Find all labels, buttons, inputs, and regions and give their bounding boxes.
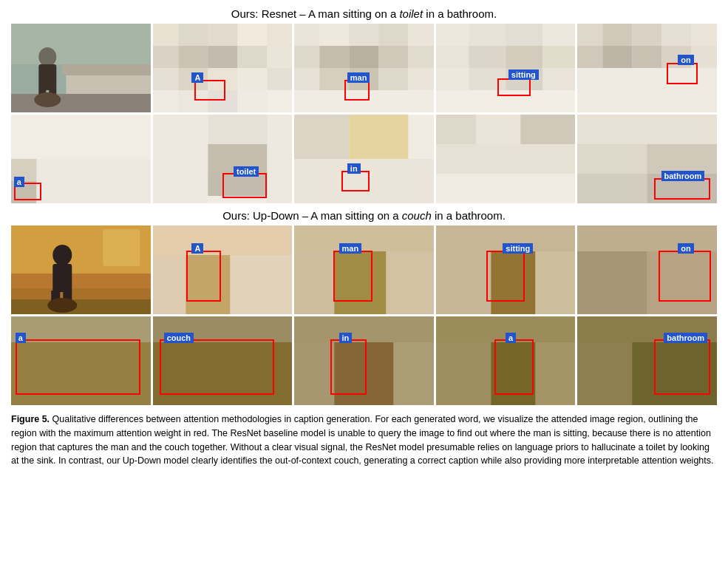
box-sitting (497, 78, 531, 96)
label-ud-sitting: sitting (503, 243, 533, 254)
label-bathroom-r: bathroom (661, 171, 705, 181)
label-ud-a3: a (506, 333, 516, 343)
svg-rect-97 (577, 115, 717, 144)
svg-rect-15 (267, 24, 292, 46)
svg-rect-25 (267, 68, 292, 90)
box-ud-bathroom (654, 339, 710, 394)
svg-rect-101 (577, 174, 647, 203)
label-sitting: sitting (508, 69, 539, 80)
svg-rect-46 (408, 68, 433, 90)
updown-word-A: A (153, 225, 293, 314)
svg-point-111 (47, 298, 77, 313)
svg-rect-94 (436, 144, 576, 174)
updown-word-man: man (294, 225, 434, 314)
resnet-word-in: in (294, 115, 434, 203)
updown-title: Ours: Up-Down – A man sitting on a couch… (11, 209, 717, 222)
svg-rect-13 (208, 24, 237, 46)
svg-rect-119 (294, 225, 434, 251)
resnet-word-on: on (577, 24, 717, 112)
svg-rect-68 (577, 46, 602, 68)
svg-rect-133 (11, 316, 151, 342)
svg-rect-146 (436, 342, 491, 405)
updown-word-couch: couch (153, 316, 293, 405)
box-ud-on (659, 251, 712, 302)
box-toilet (222, 173, 267, 198)
resnet-section: Ours: Resnet – A man sitting on a toilet… (11, 7, 717, 203)
box-ud-a2 (16, 339, 141, 394)
updown-section: Ours: Up-Down – A man sitting on a couch… (11, 209, 717, 405)
resnet-word-empty (436, 115, 576, 203)
svg-rect-30 (267, 90, 292, 112)
resnet-word-bathroom: bathroom (577, 115, 717, 203)
svg-rect-16 (153, 46, 178, 68)
svg-point-8 (34, 92, 61, 107)
svg-rect-35 (378, 24, 408, 46)
svg-rect-127 (535, 251, 575, 314)
svg-rect-150 (577, 342, 632, 405)
svg-rect-14 (237, 24, 267, 46)
svg-rect-69 (603, 46, 633, 68)
svg-point-107 (52, 245, 72, 265)
label-ud-couch: couch (164, 333, 194, 343)
resnet-word-A: A (153, 24, 293, 112)
svg-rect-49 (436, 24, 469, 46)
svg-rect-139 (294, 316, 434, 342)
svg-rect-33 (319, 24, 349, 46)
svg-rect-91 (436, 115, 476, 144)
resnet-word-toilet: toilet (153, 115, 293, 203)
svg-rect-42 (294, 68, 319, 90)
page-container: Ours: Resnet – A man sitting on a toilet… (11, 7, 717, 468)
svg-rect-64 (603, 24, 633, 46)
svg-rect-98 (577, 144, 647, 174)
resnet-word-sitting: sitting (436, 24, 576, 112)
svg-rect-2 (62, 64, 150, 75)
updown-photo (11, 225, 151, 314)
svg-rect-39 (349, 46, 378, 68)
svg-rect-21 (153, 68, 178, 90)
svg-rect-63 (577, 24, 602, 46)
svg-rect-126 (436, 251, 491, 314)
svg-rect-142 (393, 342, 433, 405)
svg-rect-93 (520, 115, 575, 144)
label-ud-in2: in (339, 333, 353, 343)
svg-rect-83 (267, 115, 292, 203)
svg-rect-65 (633, 24, 662, 46)
updown-word-a2: a (11, 316, 151, 405)
svg-rect-11 (153, 24, 178, 46)
svg-rect-55 (506, 46, 542, 68)
svg-rect-51 (506, 24, 542, 46)
svg-rect-32 (294, 24, 319, 46)
svg-rect-121 (294, 251, 334, 314)
svg-rect-84 (208, 115, 267, 144)
svg-rect-86 (294, 115, 349, 159)
svg-rect-9 (11, 24, 151, 64)
resnet-row-1: A (11, 24, 717, 112)
svg-rect-38 (319, 46, 349, 68)
box-ud-sitting (486, 251, 525, 302)
box-bathroom-r (654, 178, 710, 200)
svg-rect-92 (476, 115, 520, 144)
svg-rect-82 (153, 115, 208, 203)
svg-rect-129 (577, 225, 717, 251)
svg-rect-106 (11, 299, 151, 314)
svg-rect-77 (36, 159, 150, 203)
updown-row-1: A man (11, 225, 717, 314)
svg-rect-114 (153, 225, 293, 255)
svg-rect-122 (386, 251, 433, 314)
svg-rect-18 (208, 46, 237, 68)
svg-rect-20 (267, 46, 292, 68)
label-man: man (347, 72, 370, 83)
svg-rect-95 (436, 174, 576, 203)
svg-rect-36 (408, 24, 433, 46)
label-ud-A: A (191, 243, 203, 254)
svg-rect-19 (237, 46, 267, 68)
updown-word-in2: in (294, 316, 434, 405)
svg-rect-3 (11, 94, 151, 112)
label-ud-bathroom: bathroom (664, 333, 707, 343)
svg-rect-130 (577, 251, 647, 314)
caption-text: Qualitative differences between attentio… (11, 414, 714, 466)
svg-rect-78 (11, 115, 151, 159)
svg-rect-34 (349, 24, 378, 46)
svg-rect-41 (408, 46, 433, 68)
label-in: in (347, 163, 361, 174)
